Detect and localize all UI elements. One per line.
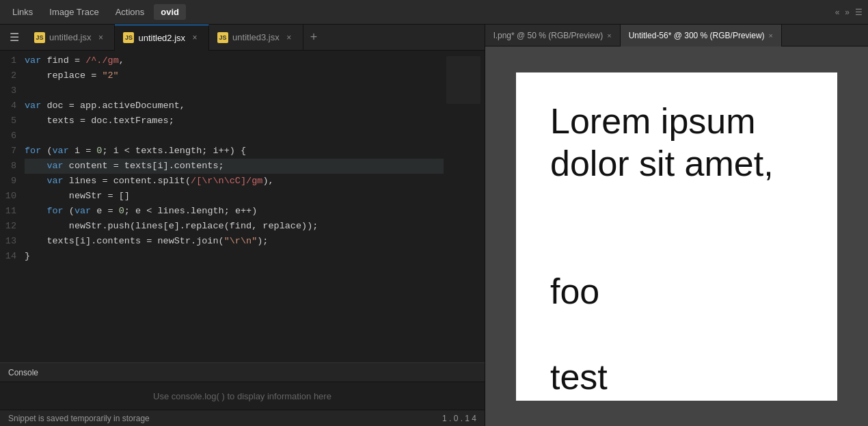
menu-arrows: « » ☰ [835, 8, 863, 17]
tab-untitled1[interactable]: JS untitled.jsx × [26, 25, 115, 51]
preview-tab-label-2: Untitled-56* @ 300 % (RGB/Preview) [629, 31, 765, 40]
tab-untitled2[interactable]: JS untitled2.jsx × [115, 25, 209, 51]
menu-item-image-trace[interactable]: Image Trace [42, 4, 105, 20]
code-line-5: texts = doc.textFrames; [25, 114, 444, 129]
canvas-white: Lorem ipsumdolor sit amet,footesthello [516, 72, 837, 401]
code-line-1: var find = /^./gm, [25, 53, 444, 68]
console-header: Console [0, 363, 485, 382]
code-lines: var find = /^./gm, replace = "2" var doc… [25, 53, 444, 264]
preview-tab-2[interactable]: Untitled-56* @ 300 % (RGB/Preview) × [621, 25, 782, 46]
version-label: 1 . 0 . 1 4 [442, 414, 476, 423]
js-icon-2: JS [123, 32, 134, 43]
preview-tab-label-1: l.png* @ 50 % (RGB/Preview) [493, 31, 603, 40]
hamburger-icon[interactable]: ☰ [855, 8, 863, 17]
line-numbers: 12345 678910 11121314 [0, 53, 25, 264]
add-tab-button[interactable]: + [303, 30, 325, 44]
code-content: 12345 678910 11121314 var find = /^./gm,… [0, 51, 485, 267]
menu-bar: Links Image Trace Actions ovid « » ☰ [0, 0, 868, 25]
code-line-6 [25, 129, 444, 144]
sidebar-toggle[interactable]: ☰ [3, 31, 26, 44]
preview-content: Lorem ipsumdolor sit amet,footesthello [485, 46, 868, 426]
status-bar: Snippet is saved temporarily in storage … [0, 410, 485, 426]
menu-item-actions[interactable]: Actions [109, 4, 152, 20]
code-line-3 [25, 83, 444, 98]
preview-text: Lorem ipsumdolor sit amet,footesthello [550, 100, 774, 427]
code-editor[interactable]: 12345 678910 11121314 var find = /^./gm,… [0, 51, 485, 362]
tab-label-2: untitled2.jsx [138, 33, 185, 43]
chevron-left-icon[interactable]: « [835, 8, 840, 17]
close-tab-2[interactable]: × [189, 32, 200, 43]
snippet-status: Snippet is saved temporarily in storage [8, 414, 150, 423]
menu-item-ovid[interactable]: ovid [154, 4, 186, 20]
main-area: ☰ JS untitled.jsx × JS untitled2.jsx × J… [0, 25, 868, 426]
chevron-right-icon[interactable]: » [845, 8, 850, 17]
menu-item-links[interactable]: Links [5, 4, 40, 20]
console-label: Console [8, 368, 38, 377]
tab-label-1: untitled.jsx [49, 32, 91, 42]
minimap-area [444, 53, 485, 264]
close-tab-3[interactable]: × [284, 32, 295, 43]
code-line-4: var doc = app.activeDocument, [25, 98, 444, 114]
js-icon-3: JS [217, 32, 228, 43]
console-placeholder: Use console.log( ) to display informatio… [153, 391, 331, 401]
js-icon-1: JS [34, 32, 45, 43]
tab-untitled3[interactable]: JS untitled3.jsx × [209, 25, 303, 51]
code-panel: ☰ JS untitled.jsx × JS untitled2.jsx × J… [0, 25, 485, 426]
code-line-7: for (var i = 0; i < texts.length; i++) { [25, 144, 444, 159]
preview-panel: l.png* @ 50 % (RGB/Preview) × Untitled-5… [485, 25, 868, 426]
close-preview-tab-2[interactable]: × [769, 31, 773, 40]
console-panel: Console Use console.log( ) to display in… [0, 362, 485, 410]
preview-tab-1[interactable]: l.png* @ 50 % (RGB/Preview) × [485, 25, 621, 46]
code-line-14: } [25, 249, 444, 264]
minimap [446, 56, 480, 104]
code-line-9: var lines = content.split(/[\r\n\cC]/gm)… [25, 174, 444, 189]
code-line-2: replace = "2" [25, 68, 444, 83]
code-line-10: newStr = [] [25, 189, 444, 204]
preview-tabs-bar: l.png* @ 50 % (RGB/Preview) × Untitled-5… [485, 25, 868, 46]
close-preview-tab-1[interactable]: × [607, 31, 611, 40]
code-line-12: newStr.push(lines[e].replace(find, repla… [25, 219, 444, 234]
code-line-13: texts[i].contents = newStr.join("\r\n"); [25, 234, 444, 249]
code-line-8: var content = texts[i].contents; [25, 159, 444, 174]
tabs-bar: ☰ JS untitled.jsx × JS untitled2.jsx × J… [0, 25, 485, 51]
console-body: Use console.log( ) to display informatio… [0, 382, 485, 410]
tab-label-3: untitled3.jsx [232, 32, 280, 42]
code-line-11: for (var e = 0; e < lines.length; e++) [25, 204, 444, 219]
close-tab-1[interactable]: × [95, 32, 106, 43]
